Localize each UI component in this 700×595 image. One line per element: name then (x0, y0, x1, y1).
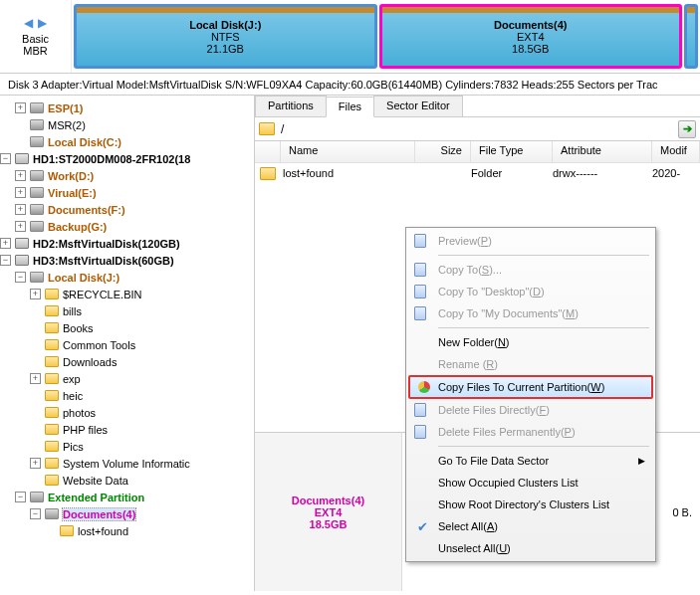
tab-files[interactable]: Files (326, 97, 374, 117)
tree-item-msr[interactable]: MSR(2) (0, 116, 254, 133)
partition-map: Local Disk(J:) NTFS 21.1GB Documents(4) … (72, 0, 700, 73)
tree-item-hd3[interactable]: −HD3:MsftVirtualDisk(60GB) (0, 252, 254, 269)
partition-block-documents-4[interactable]: Documents(4) EXT4 18.5GB (379, 4, 683, 69)
menu-copy-desktop[interactable]: Copy To "Desktop"(D) (408, 281, 653, 302)
folder-icon (260, 167, 276, 180)
tree-item-docf[interactable]: +Documents(F:) (0, 201, 254, 218)
disk-type-label: ◀ ▶ Basic MBR (0, 0, 72, 73)
document-icon (414, 285, 426, 298)
file-list-header[interactable]: Name Size File Type Attribute Modif (255, 141, 700, 163)
document-icon (414, 263, 426, 277)
tree-item-books[interactable]: Books (0, 319, 254, 336)
menu-new-folder[interactable]: New Folder(N) (408, 331, 653, 353)
menu-copy-to[interactable]: Copy To(S)... (408, 259, 653, 281)
tree-item-php[interactable]: PHP files (0, 421, 254, 438)
folder-icon (259, 122, 275, 135)
tree-item-pics[interactable]: Pics (0, 438, 254, 455)
context-menu: Preview(P) Copy To(S)... Copy To "Deskto… (405, 227, 656, 562)
tree-item-hd2[interactable]: +HD2:MsftVirtualDisk(120GB) (0, 235, 254, 252)
tree-item-svi[interactable]: +System Volume Informatic (0, 455, 254, 472)
menu-root-clusters[interactable]: Show Root Directory's Clusters List (408, 494, 653, 515)
tree-item-common[interactable]: Common Tools (0, 336, 254, 353)
col-name[interactable]: Name (281, 141, 415, 162)
menu-unselect-all[interactable]: Unselect All(U) (408, 537, 653, 559)
disk-tree[interactable]: +ESP(1) MSR(2) Local Disk(C:) −HD1:ST200… (0, 96, 255, 591)
content-tabs: Partitions Files Sector Editor (255, 96, 700, 117)
col-attr[interactable]: Attribute (553, 141, 652, 162)
tree-item-lostfound[interactable]: lost+found (0, 522, 254, 539)
partition-block-local-disk-j[interactable]: Local Disk(J:) NTFS 21.1GB (74, 4, 377, 69)
menu-goto-sector[interactable]: Go To File Data Sector▶ (408, 450, 653, 472)
menu-rename[interactable]: Rename (R) (408, 353, 653, 375)
tree-item-exp[interactable]: +exp (0, 370, 254, 387)
partition-block-edge[interactable] (684, 4, 698, 69)
disk-info-line: Disk 3 Adapter:Virtual Model:MsftVirtual… (0, 74, 700, 96)
partition-summary: Documents(4) EXT4 18.5GB (255, 433, 402, 591)
menu-copy-mydocs[interactable]: Copy To "My Documents"(M) (408, 302, 653, 324)
tree-item-bills[interactable]: bills (0, 302, 254, 319)
tree-item-backupg[interactable]: +Backup(G:) (0, 218, 254, 235)
menu-occupied-clusters[interactable]: Show Occupied Clusters List (408, 472, 653, 494)
menu-delete-permanently[interactable]: Delete Files Permanently(P) (408, 421, 653, 443)
document-icon (414, 425, 426, 439)
tab-partitions[interactable]: Partitions (255, 96, 327, 116)
tree-item-downloads[interactable]: Downloads (0, 353, 254, 370)
menu-copy-current-partition[interactable]: Copy Files To Current Partition(W) (408, 375, 653, 399)
document-icon (414, 306, 426, 320)
tree-item-esp[interactable]: +ESP(1) (0, 99, 254, 116)
go-button[interactable]: ➔ (678, 120, 696, 138)
tree-item-localj[interactable]: −Local Disk(J:) (0, 269, 254, 286)
tree-item-photos[interactable]: photos (0, 404, 254, 421)
path-bar: / ➔ (255, 117, 700, 141)
tab-sector-editor[interactable]: Sector Editor (373, 96, 463, 116)
col-size[interactable]: Size (415, 141, 471, 162)
tree-item-recycle[interactable]: +$RECYCLE.BIN (0, 286, 254, 302)
tree-item-workd[interactable]: +Work(D:) (0, 167, 254, 184)
tree-item-web[interactable]: Website Data (0, 472, 254, 489)
tree-item-documents4[interactable]: −Documents(4) (0, 505, 254, 522)
tree-item-localc[interactable]: Local Disk(C:) (0, 133, 254, 150)
nav-prev-icon[interactable]: ◀ (23, 17, 35, 29)
pie-icon (416, 379, 432, 395)
col-icon[interactable] (255, 141, 281, 162)
document-icon (414, 234, 426, 248)
menu-delete-directly[interactable]: Delete Files Directly(F) (408, 399, 653, 421)
tree-item-viruale[interactable]: +Virual(E:) (0, 184, 254, 201)
current-path[interactable]: / (281, 122, 678, 136)
col-modified[interactable]: Modif (652, 141, 700, 162)
tree-item-extended[interactable]: −Extended Partition (0, 489, 254, 505)
file-row[interactable]: lost+found Folder drwx------ 2020- (255, 163, 700, 183)
document-icon (414, 403, 426, 417)
tree-item-heic[interactable]: heic (0, 387, 254, 404)
check-icon: ✔ (414, 518, 430, 534)
tree-item-hd1[interactable]: −HD1:ST2000DM008-2FR102(18 (0, 150, 254, 167)
menu-select-all[interactable]: ✔Select All(A) (408, 515, 653, 537)
nav-next-icon[interactable]: ▶ (37, 17, 49, 29)
col-type[interactable]: File Type (471, 141, 553, 162)
menu-preview[interactable]: Preview(P) (408, 230, 653, 252)
